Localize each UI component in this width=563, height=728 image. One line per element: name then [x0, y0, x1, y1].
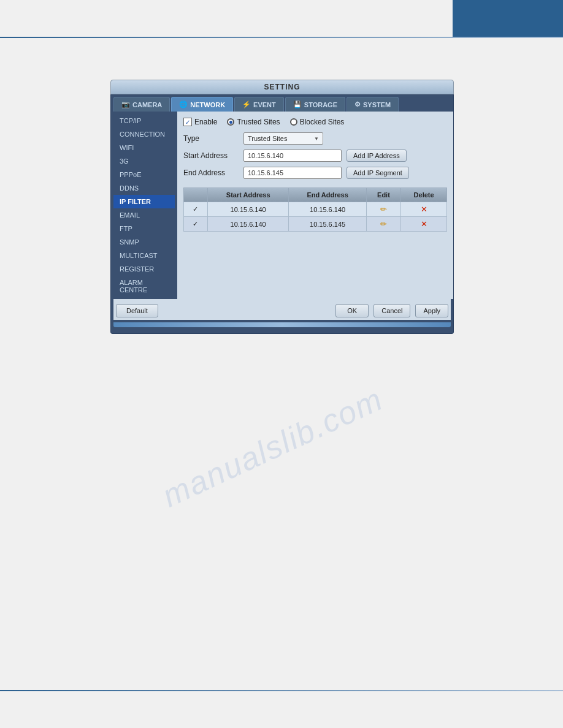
- tab-camera[interactable]: CAMERA: [113, 97, 170, 112]
- row-checkbox[interactable]: ✓: [184, 202, 208, 217]
- sidebar-item-tcpip[interactable]: TCP/IP: [113, 114, 175, 127]
- storage-icon: [293, 100, 302, 108]
- sidebar-item-ftp[interactable]: FTP: [113, 222, 175, 235]
- ip-table: Start Address End Address Edit Delete ✓1…: [183, 188, 447, 232]
- row-start-address: 10.15.6.140: [207, 202, 289, 217]
- table-row: ✓10.15.6.14010.15.6.145✏✕: [184, 217, 447, 232]
- delete-icon[interactable]: ✕: [421, 219, 427, 229]
- blocked-sites-radio-label[interactable]: Blocked Sites: [290, 118, 345, 126]
- tab-network[interactable]: NETWORK: [171, 97, 233, 112]
- start-address-row: Start Address Add IP Address: [183, 150, 447, 162]
- start-address-label: Start Address: [183, 151, 239, 160]
- apply-button[interactable]: Apply: [415, 304, 448, 317]
- delete-icon[interactable]: ✕: [421, 205, 427, 214]
- bottom-buttons: Default OK Cancel Apply: [113, 299, 451, 320]
- start-address-input[interactable]: [243, 150, 342, 162]
- sidebar-item-pppoe[interactable]: PPPoE: [113, 168, 175, 181]
- enable-row: ✓ Enable Trusted Sites Blocked Sites: [183, 118, 447, 126]
- blocked-sites-radio[interactable]: [290, 118, 297, 126]
- table-col-start: Start Address: [207, 188, 289, 202]
- table-col-delete: Delete: [401, 188, 447, 202]
- sidebar-item-snmp[interactable]: SNMP: [113, 235, 175, 249]
- default-button[interactable]: Default: [116, 304, 158, 317]
- tab-event-label: EVENT: [253, 101, 276, 108]
- row-start-address: 10.15.6.140: [207, 217, 289, 232]
- table-col-checkbox: [184, 188, 208, 202]
- sidebar-item-connection[interactable]: CONNECTION: [113, 127, 175, 141]
- cancel-button[interactable]: Cancel: [373, 304, 410, 317]
- row-delete-button[interactable]: ✕: [401, 202, 447, 217]
- end-address-row: End Address Add IP Segment: [183, 167, 447, 179]
- trusted-sites-label: Trusted Sites: [237, 118, 280, 126]
- tab-system[interactable]: SYSTEM: [347, 97, 399, 112]
- bottom-gradient-bar: [113, 322, 451, 327]
- blocked-sites-label: Blocked Sites: [300, 118, 345, 126]
- edit-icon[interactable]: ✏: [380, 219, 387, 229]
- sidebar-item-email[interactable]: EMAIL: [113, 208, 175, 222]
- row-checkbox[interactable]: ✓: [184, 217, 208, 232]
- row-end-address: 10.15.6.145: [289, 217, 366, 232]
- table-col-end: End Address: [289, 188, 366, 202]
- tab-bar: CAMERA NETWORK EVENT STORAGE SYSTEM: [111, 94, 453, 112]
- panel-body: CAMERA NETWORK EVENT STORAGE SYSTEM: [110, 94, 454, 334]
- tab-system-label: SYSTEM: [363, 101, 391, 108]
- add-ip-address-button[interactable]: Add IP Address: [347, 150, 407, 162]
- sidebar: TCP/IP CONNECTION WIFI 3G PPPoE DDNS IP …: [113, 112, 175, 299]
- layout: TCP/IP CONNECTION WIFI 3G PPPoE DDNS IP …: [111, 112, 453, 299]
- row-edit-button[interactable]: ✏: [366, 202, 400, 217]
- tab-camera-label: CAMERA: [132, 101, 162, 108]
- top-right-decoration: [453, 0, 563, 37]
- row-edit-button[interactable]: ✏: [366, 217, 400, 232]
- tab-event[interactable]: EVENT: [234, 97, 284, 112]
- ok-cancel-apply-group: OK Cancel Apply: [335, 304, 448, 317]
- system-icon: [354, 100, 361, 108]
- end-address-label: End Address: [183, 169, 239, 177]
- enable-checkbox[interactable]: ✓: [183, 118, 192, 126]
- event-icon: [242, 100, 251, 108]
- sidebar-item-multicast[interactable]: MULTICAST: [113, 249, 175, 262]
- tab-storage[interactable]: STORAGE: [285, 97, 345, 112]
- ok-button[interactable]: OK: [335, 304, 369, 317]
- type-select-arrow: ▼: [314, 136, 319, 142]
- tab-network-label: NETWORK: [190, 101, 225, 108]
- sidebar-item-wifi[interactable]: WIFI: [113, 141, 175, 154]
- tab-storage-label: STORAGE: [304, 101, 337, 108]
- type-select[interactable]: Trusted Sites ▼: [243, 132, 323, 145]
- sidebar-item-alarmcentre[interactable]: ALARM CENTRE: [113, 276, 175, 297]
- table-col-edit: Edit: [366, 188, 400, 202]
- type-value: Trusted Sites: [248, 135, 287, 142]
- table-row: ✓10.15.6.14010.15.6.140✏✕: [184, 202, 447, 217]
- main-panel: SETTING CAMERA NETWORK EVENT STORAGE: [110, 80, 454, 334]
- setting-header: SETTING: [110, 80, 454, 94]
- row-end-address: 10.15.6.140: [289, 202, 366, 217]
- row-delete-button[interactable]: ✕: [401, 217, 447, 232]
- main-content: ✓ Enable Trusted Sites Blocked Sites Typ…: [177, 112, 453, 299]
- edit-icon[interactable]: ✏: [380, 205, 387, 214]
- network-icon: [179, 100, 188, 108]
- sidebar-item-register[interactable]: REGISTER: [113, 262, 175, 276]
- enable-checkbox-label[interactable]: ✓ Enable: [183, 118, 217, 126]
- type-label: Type: [183, 134, 239, 143]
- watermark: manualslib.com: [157, 381, 389, 515]
- sidebar-item-3g[interactable]: 3G: [113, 154, 175, 168]
- type-row: Type Trusted Sites ▼: [183, 132, 447, 145]
- top-separator: [0, 37, 563, 38]
- trusted-sites-radio[interactable]: [227, 118, 234, 126]
- sidebar-item-ipfilter[interactable]: IP FILTER: [113, 195, 175, 208]
- camera-icon: [121, 100, 130, 108]
- bottom-separator: [0, 690, 563, 691]
- setting-title: SETTING: [264, 83, 300, 91]
- table-header-row: Start Address End Address Edit Delete: [184, 188, 447, 202]
- add-ip-segment-button[interactable]: Add IP Segment: [347, 167, 409, 179]
- trusted-sites-radio-label[interactable]: Trusted Sites: [227, 118, 280, 126]
- sidebar-item-ddns[interactable]: DDNS: [113, 181, 175, 195]
- end-address-input[interactable]: [243, 167, 342, 179]
- ip-table-container: Start Address End Address Edit Delete ✓1…: [183, 184, 447, 264]
- enable-label: Enable: [194, 118, 217, 126]
